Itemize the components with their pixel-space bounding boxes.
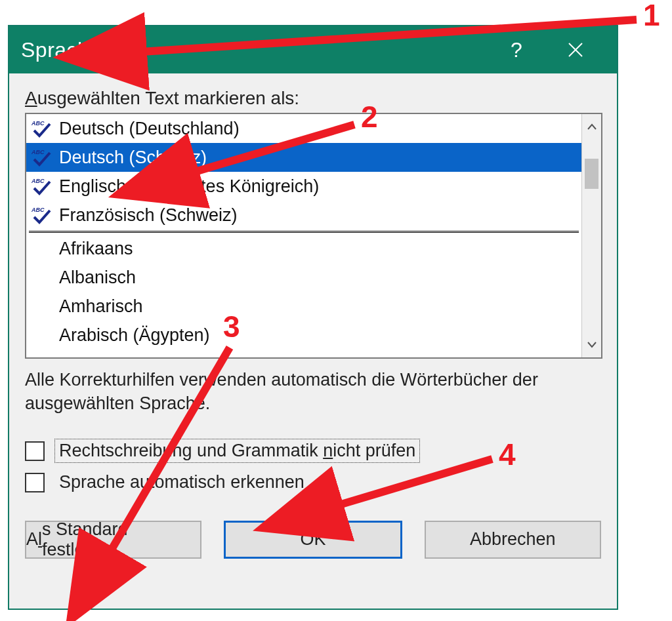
annotation-2: 2 — [361, 102, 378, 132]
spellcheck-icon: ABC — [32, 176, 58, 196]
detect-language-checkbox[interactable] — [25, 473, 45, 492]
language-list-label: Ausgewählten Text markieren als: — [25, 88, 601, 109]
language-list-scrollbar[interactable] — [581, 114, 601, 357]
dialog-title: Sprache — [21, 38, 487, 62]
language-dialog: Sprache ? Ausgewählten Text markieren al… — [8, 25, 618, 610]
list-item[interactable]: ABC Deutsch (Deutschland) — [26, 114, 581, 143]
detect-language-label: Sprache automatisch erkennen — [55, 471, 308, 494]
do-not-check-spelling-label: Rechtschreibung und Grammatik nicht prüf… — [55, 439, 419, 462]
language-list[interactable]: ABC Deutsch (Deutschland) ABC Deutsch (S… — [25, 113, 602, 359]
dialog-titlebar: Sprache ? — [9, 26, 617, 73]
list-item[interactable]: Afrikaans — [26, 234, 581, 263]
ok-button[interactable]: OK — [224, 521, 402, 559]
help-button[interactable]: ? — [487, 26, 546, 73]
annotation-4: 4 — [499, 439, 516, 470]
annotation-1: 1 — [643, 0, 660, 30]
close-icon — [567, 41, 584, 58]
list-item[interactable]: Amharisch — [26, 292, 581, 321]
spellcheck-icon: ABC — [32, 148, 58, 167]
chevron-up-icon — [587, 123, 597, 130]
list-item[interactable]: ABC Deutsch (Schweiz) — [26, 143, 581, 172]
spellcheck-icon: ABC — [32, 205, 58, 225]
list-item[interactable]: Arabisch (Ägypten) — [26, 321, 581, 350]
svg-text:ABC: ABC — [32, 178, 45, 184]
chevron-down-icon — [587, 342, 597, 348]
do-not-check-spelling-checkbox[interactable] — [25, 441, 45, 461]
cancel-button[interactable]: Abbrechen — [425, 521, 601, 559]
scrollbar-track[interactable] — [582, 139, 601, 332]
list-item[interactable]: ABC Englisch (Vereinigtes Königreich) — [26, 172, 581, 201]
svg-text:ABC: ABC — [32, 149, 45, 155]
scroll-down-button[interactable] — [582, 332, 601, 357]
scroll-up-button[interactable] — [582, 114, 601, 139]
language-list-divider — [29, 231, 579, 233]
language-description: Alle Korrekturhilfen verwenden automatis… — [25, 368, 602, 416]
scrollbar-thumb[interactable] — [585, 159, 598, 189]
detect-language-row: Sprache automatisch erkennen — [25, 467, 601, 498]
list-item[interactable]: Albanisch — [26, 263, 581, 292]
close-button[interactable] — [546, 26, 605, 73]
list-item[interactable]: ABC Französisch (Schweiz) — [26, 201, 581, 230]
svg-text:ABC: ABC — [32, 120, 45, 127]
annotation-3: 3 — [223, 311, 240, 342]
spellcheck-icon: ABC — [32, 119, 58, 138]
set-as-default-button[interactable]: Als Standard festlegen — [25, 521, 201, 559]
svg-text:ABC: ABC — [32, 207, 45, 213]
